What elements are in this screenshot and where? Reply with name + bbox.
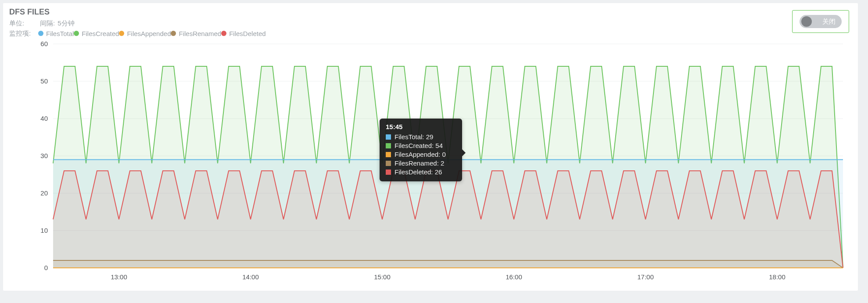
chart-tooltip: 15:45 FilesTotal: 29FilesCreated: 54File… bbox=[380, 119, 462, 181]
legend-label: FilesTotal bbox=[46, 30, 74, 37]
tooltip-text: FilesAppended: 0 bbox=[395, 151, 446, 158]
legend-swatch-icon bbox=[221, 31, 226, 36]
toggle-label: 关闭 bbox=[822, 18, 836, 26]
svg-text:13:00: 13:00 bbox=[111, 273, 127, 281]
tooltip-text: FilesDeleted: 26 bbox=[395, 168, 442, 176]
legend-label: FilesAppended bbox=[127, 30, 171, 37]
tooltip-swatch-icon bbox=[386, 161, 391, 166]
legend-item-filesappended[interactable]: FilesAppended bbox=[119, 30, 171, 37]
interval-label: 间隔: bbox=[40, 19, 55, 28]
legend-row: 监控项: FilesTotalFilesCreatedFilesAppended… bbox=[9, 29, 852, 38]
tooltip-row: FilesTotal: 29 bbox=[386, 133, 456, 141]
legend-swatch-icon bbox=[119, 31, 124, 36]
legend-swatch-icon bbox=[171, 31, 176, 36]
legend-label: FilesCreated bbox=[82, 30, 119, 37]
svg-text:18:00: 18:00 bbox=[769, 273, 786, 281]
chart-area[interactable]: 010203040506013:0014:0015:0016:0017:0018… bbox=[9, 40, 852, 287]
dfs-files-panel: DFS FILES 单位: 间隔: 5分钟 监控项: FilesTotalFil… bbox=[3, 3, 858, 291]
tooltip-swatch-icon bbox=[386, 143, 391, 148]
legend-label: FilesDeleted bbox=[229, 30, 265, 37]
svg-text:20: 20 bbox=[40, 189, 48, 197]
legend-item-filesdeleted[interactable]: FilesDeleted bbox=[221, 30, 265, 37]
interval-value: 5分钟 bbox=[57, 19, 74, 28]
unit-label: 单位: bbox=[9, 19, 35, 28]
monitor-label: 监控项: bbox=[9, 29, 35, 38]
tooltip-row: FilesDeleted: 26 bbox=[386, 168, 456, 176]
tooltip-swatch-icon bbox=[386, 170, 391, 175]
tooltip-swatch-icon bbox=[386, 152, 391, 157]
svg-text:17:00: 17:00 bbox=[637, 273, 654, 281]
tooltip-text: FilesTotal: 29 bbox=[395, 133, 433, 141]
legend-item-filestotal[interactable]: FilesTotal bbox=[38, 30, 74, 37]
tooltip-row: FilesCreated: 54 bbox=[386, 142, 456, 149]
svg-text:50: 50 bbox=[40, 77, 48, 85]
legend-swatch-icon bbox=[38, 31, 43, 36]
legend-item-filescreated[interactable]: FilesCreated bbox=[74, 30, 119, 37]
tooltip-time: 15:45 bbox=[386, 123, 456, 130]
tooltip-row: FilesRenamed: 2 bbox=[386, 159, 456, 167]
svg-text:15:00: 15:00 bbox=[374, 273, 391, 281]
svg-text:30: 30 bbox=[40, 152, 48, 159]
svg-text:40: 40 bbox=[40, 115, 48, 122]
toggle-off-switch[interactable]: 关闭 bbox=[800, 15, 842, 28]
svg-text:16:00: 16:00 bbox=[506, 273, 522, 281]
tooltip-text: FilesCreated: 54 bbox=[395, 142, 443, 149]
legend-item-filesrenamed[interactable]: FilesRenamed bbox=[171, 30, 221, 37]
svg-text:10: 10 bbox=[40, 227, 48, 234]
toggle-container: 关闭 bbox=[792, 10, 849, 33]
toggle-knob-icon bbox=[801, 16, 812, 27]
tooltip-text: FilesRenamed: 2 bbox=[395, 159, 444, 167]
svg-text:0: 0 bbox=[44, 264, 48, 271]
svg-text:60: 60 bbox=[40, 40, 48, 47]
panel-title: DFS FILES bbox=[9, 7, 852, 17]
tooltip-row: FilesAppended: 0 bbox=[386, 151, 456, 158]
legend-label: FilesRenamed bbox=[179, 30, 221, 37]
legend-swatch-icon bbox=[74, 31, 79, 36]
svg-text:14:00: 14:00 bbox=[242, 273, 259, 281]
meta-unit-interval: 单位: 间隔: 5分钟 bbox=[9, 19, 852, 28]
tooltip-swatch-icon bbox=[386, 134, 391, 140]
